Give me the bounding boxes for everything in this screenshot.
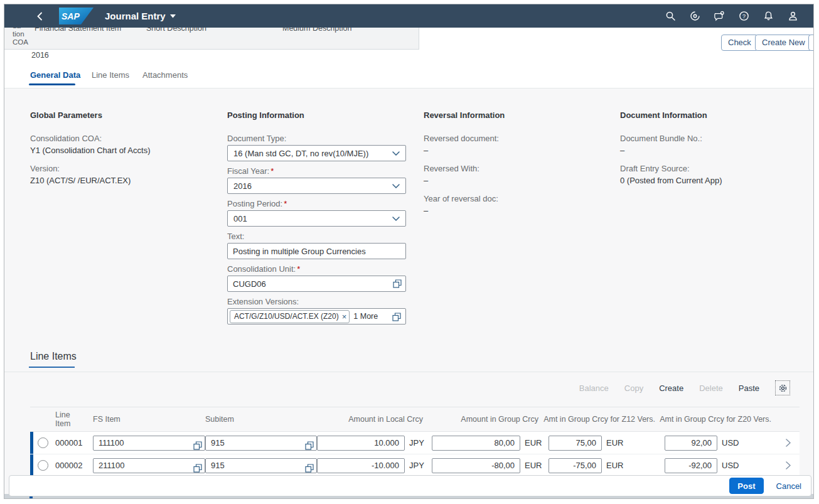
- reversed-with-value: –: [424, 176, 612, 185]
- amount-group-input[interactable]: [432, 458, 520, 473]
- col-header-fs-item: FS Item: [93, 415, 120, 424]
- chevron-left-icon: [35, 11, 45, 21]
- chevron-right-icon: [786, 461, 791, 469]
- value-help-icon[interactable]: [305, 464, 314, 473]
- sap-logo[interactable]: SAP: [59, 8, 94, 24]
- profile-icon[interactable]: [787, 11, 798, 22]
- app-title-menu[interactable]: Journal Entry: [105, 11, 176, 21]
- group-title: Posting Information: [227, 110, 415, 120]
- shell-bar: SAP Journal Entry ?: [4, 4, 813, 28]
- required-marker: *: [284, 199, 287, 208]
- cancel-button[interactable]: Cancel: [773, 481, 805, 491]
- delete-button: Delete: [699, 383, 723, 393]
- document-information-group: Document Information Document Bundle No.…: [620, 110, 808, 194]
- copilot-icon[interactable]: [689, 11, 700, 22]
- create-button[interactable]: Create: [659, 383, 683, 393]
- table-row: 000001 JPY EUR: [30, 432, 800, 454]
- value-help-icon[interactable]: [393, 279, 402, 288]
- row-details-button[interactable]: [776, 439, 800, 447]
- posting-period-select[interactable]: 001: [227, 210, 406, 227]
- shell-actions: ?: [665, 11, 813, 22]
- caret-down-icon: [170, 14, 176, 18]
- fiscal-year-select[interactable]: 2016: [227, 178, 406, 194]
- notifications-icon[interactable]: [763, 11, 774, 22]
- sap-logo-icon: SAP: [59, 8, 94, 24]
- search-icon[interactable]: [665, 11, 676, 22]
- paste-button[interactable]: Paste: [739, 383, 759, 393]
- row-select-radio[interactable]: [38, 460, 48, 471]
- consolidation-unit-input[interactable]: [227, 276, 406, 292]
- subitem-input[interactable]: [205, 458, 317, 473]
- check-button[interactable]: Check: [721, 35, 758, 51]
- svg-text:?: ?: [742, 13, 745, 19]
- amount-z20-input[interactable]: [665, 458, 717, 473]
- col-header-amount-z20: Amt in Group Crcy for Z20 Vers.: [660, 415, 771, 424]
- fiscal-year-value: 2016: [233, 181, 252, 191]
- value-help-icon[interactable]: [305, 441, 314, 450]
- document-type-select[interactable]: 16 (Man std GC, DT, no rev(10/MJE)): [227, 145, 406, 161]
- balance-button: Balance: [579, 383, 609, 393]
- value-help-icon[interactable]: [392, 313, 401, 321]
- overlay-row-2016: 2016: [31, 51, 49, 60]
- col-header-amount-local: Amount in Local Crcy: [348, 415, 423, 424]
- fs-item-input[interactable]: [93, 436, 205, 451]
- posting-information-group: Posting Information Document Type: 16 (M…: [227, 110, 415, 330]
- amount-local-input[interactable]: [317, 458, 405, 473]
- token-remove-icon[interactable]: ×: [342, 312, 347, 321]
- amount-local-input[interactable]: [317, 436, 405, 451]
- create-new-button[interactable]: Create New: [755, 35, 812, 51]
- table-settings-button[interactable]: [775, 380, 790, 395]
- group-currency: EUR: [525, 438, 542, 448]
- fs-item-input[interactable]: [93, 458, 205, 473]
- text-input[interactable]: [227, 243, 406, 259]
- col-header-amount-group: Amount in Group Crcy: [461, 415, 538, 424]
- chevron-down-icon: [392, 151, 400, 156]
- chevron-right-icon: [786, 439, 791, 447]
- tab-attachments[interactable]: Attachments: [142, 70, 188, 80]
- amount-z12-input[interactable]: [549, 458, 602, 473]
- subitem-input[interactable]: [205, 436, 317, 451]
- row-select-radio[interactable]: [38, 437, 48, 448]
- extension-versions-label: Extension Versions:: [227, 297, 415, 306]
- consolidation-unit-label: Consolidation Unit:*: [227, 264, 415, 274]
- copy-button: Copy: [624, 383, 643, 393]
- gear-icon: [778, 383, 788, 393]
- line-items-table: Line Item FS Item Subitem Amount in Loca…: [30, 407, 800, 477]
- post-button[interactable]: Post: [729, 478, 763, 494]
- posting-period-value: 001: [233, 214, 247, 223]
- tab-line-items[interactable]: Line Items: [92, 70, 129, 80]
- amount-group-input[interactable]: [432, 436, 520, 451]
- year-of-reversal-value: –: [424, 206, 612, 215]
- posting-period-label: Posting Period:*: [227, 199, 415, 208]
- amount-z12-input[interactable]: [549, 436, 602, 451]
- version-value: Z10 (ACT/S/ /EUR/ACT.EX): [30, 176, 218, 185]
- z12-currency: EUR: [606, 461, 623, 470]
- clipped-button[interactable]: [808, 35, 814, 51]
- col-header-amount-z12: Amt in Group Crcy for Z12 Vers.: [543, 415, 655, 424]
- line-items-title-underline: [29, 367, 75, 368]
- col-header-subitem: Subitem: [205, 415, 234, 424]
- back-button[interactable]: [35, 11, 45, 21]
- tab-general-data[interactable]: General Data: [30, 70, 80, 80]
- chevron-down-icon: [392, 184, 400, 188]
- group-title: Document Information: [620, 110, 808, 120]
- line-items-title: Line Items: [30, 351, 77, 362]
- row-details-button[interactable]: [776, 461, 800, 469]
- version-label: Version:: [30, 164, 218, 173]
- svg-text:SAP: SAP: [62, 11, 80, 21]
- value-help-icon[interactable]: [193, 441, 202, 450]
- conversation-icon[interactable]: [714, 11, 725, 22]
- z20-currency: USD: [722, 461, 739, 470]
- amount-z20-input[interactable]: [665, 436, 717, 451]
- help-icon[interactable]: ?: [738, 11, 749, 22]
- table-row: 000002 JPY EUR: [30, 454, 800, 477]
- reversed-document-label: Reversed document:: [424, 134, 612, 143]
- active-tab-underline: [29, 83, 75, 85]
- group-currency: EUR: [525, 461, 542, 470]
- extension-versions-input[interactable]: ACT/G/Z10/USD/ACT.EX (Z20) × 1 More: [227, 308, 406, 324]
- draft-entry-source-label: Draft Entry Source:: [620, 164, 808, 173]
- more-tokens-link[interactable]: 1 More: [353, 312, 378, 321]
- global-parameters-group: Global Parameters Consolidation COA: Y1 …: [30, 110, 218, 194]
- value-help-icon[interactable]: [193, 464, 202, 473]
- consolidation-coa-label: Consolidation COA:: [30, 134, 218, 143]
